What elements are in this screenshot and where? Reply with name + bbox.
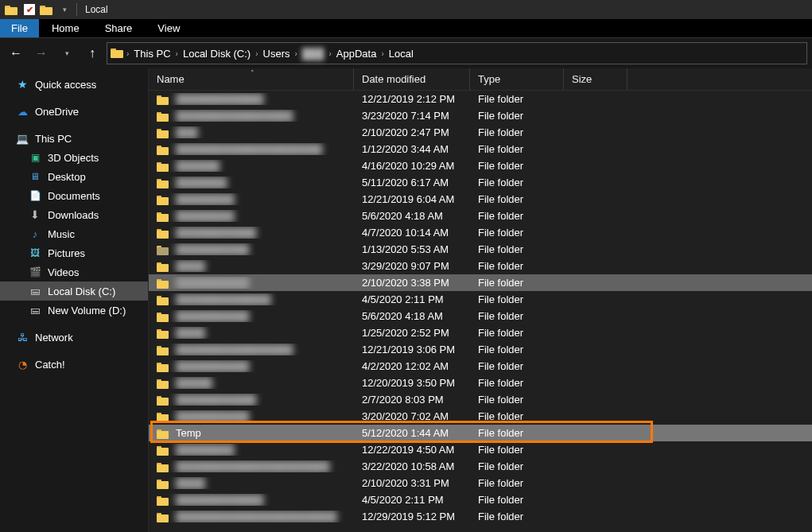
sidebar-onedrive[interactable]: ☁OneDrive bbox=[0, 102, 148, 121]
file-row[interactable]: ██████████5/6/2020 4:18 AMFile folder bbox=[149, 308, 812, 324]
sidebar-item-label: Pictures bbox=[48, 247, 85, 259]
address-bar[interactable]: › This PC › Local Disk (C:) › Users › ██… bbox=[107, 42, 807, 64]
sidebar-videos[interactable]: 🎬Videos bbox=[0, 262, 148, 282]
cell-name: ████████████████ bbox=[149, 344, 354, 355]
folder-icon bbox=[157, 261, 171, 272]
folder-icon bbox=[157, 511, 171, 522]
cell-date: 5/12/2020 1:44 AM bbox=[354, 427, 470, 439]
file-row[interactable]: █████████████4/5/2020 2:11 PMFile folder bbox=[149, 291, 812, 308]
back-button[interactable]: ← bbox=[5, 42, 27, 64]
chevron-right-icon[interactable]: › bbox=[125, 49, 130, 58]
folder-icon bbox=[157, 394, 171, 406]
history-dropdown-icon[interactable]: ▾ bbox=[56, 42, 78, 64]
cell-type: File folder bbox=[470, 243, 564, 255]
file-row[interactable]: ████2/10/2020 3:31 PMFile folder bbox=[149, 475, 812, 491]
file-row[interactable]: ██████████1/13/2020 5:53 AMFile folder bbox=[149, 241, 812, 258]
folder-icon bbox=[157, 478, 171, 489]
folder-icon bbox=[157, 361, 171, 372]
chevron-right-icon[interactable]: › bbox=[174, 49, 180, 58]
cell-date: 12/22/2019 4:50 AM bbox=[354, 444, 470, 456]
sidebar-item-label: Quick access bbox=[35, 79, 96, 91]
cell-name: ████████ bbox=[149, 210, 354, 222]
crumb-username[interactable]: ███ bbox=[299, 48, 328, 60]
file-row[interactable]: ████████████████3/23/2020 7:14 PMFile fo… bbox=[149, 107, 812, 124]
file-row-temp[interactable]: Temp5/12/2020 1:44 AMFile folder bbox=[149, 425, 812, 441]
file-row[interactable]: █████12/20/2019 3:50 PMFile folder bbox=[149, 375, 812, 391]
file-row[interactable]: █████████████████████3/22/2020 10:58 AMF… bbox=[149, 458, 812, 475]
chevron-right-icon[interactable]: › bbox=[379, 49, 385, 58]
tab-share[interactable]: Share bbox=[92, 19, 146, 37]
crumb-users[interactable]: Users bbox=[260, 48, 293, 60]
file-row[interactable]: ██████████████████████12/29/2019 5:12 PM… bbox=[149, 508, 812, 525]
navigation-pane[interactable]: ★Quick access ☁OneDrive 💻This PC ▣3D Obj… bbox=[0, 68, 149, 532]
sidebar-3d-objects[interactable]: ▣3D Objects bbox=[0, 148, 148, 167]
cell-date: 1/25/2020 2:52 PM bbox=[354, 327, 470, 339]
file-row[interactable]: ███████████2/7/2020 8:03 PMFile folder bbox=[149, 391, 812, 408]
sidebar-desktop[interactable]: 🖥Desktop bbox=[0, 167, 148, 186]
sidebar-catch[interactable]: ◔Catch! bbox=[0, 355, 148, 374]
file-row[interactable]: ██████████2/10/2020 3:38 PMFile folder bbox=[149, 274, 812, 291]
tab-view[interactable]: View bbox=[145, 19, 192, 37]
file-row[interactable]: ███████5/11/2020 6:17 AMFile folder bbox=[149, 174, 812, 191]
file-row[interactable]: ███████████4/7/2020 10:14 AMFile folder bbox=[149, 224, 812, 241]
file-row[interactable]: ██████████3/20/2020 7:02 AMFile folder bbox=[149, 408, 812, 425]
forward-button[interactable]: → bbox=[30, 42, 52, 64]
sidebar-item-label: Network bbox=[35, 332, 73, 344]
sidebar-documents[interactable]: 📄Documents bbox=[0, 186, 148, 205]
crumb-this-pc[interactable]: This PC bbox=[130, 48, 173, 60]
up-button[interactable]: ↑ bbox=[81, 42, 103, 64]
divider bbox=[76, 3, 77, 16]
column-header-size[interactable]: Size bbox=[564, 68, 627, 90]
folder-icon bbox=[157, 495, 171, 506]
sidebar-item-label: Local Disk (C:) bbox=[48, 285, 115, 297]
sidebar-this-pc[interactable]: 💻This PC bbox=[0, 129, 148, 148]
file-row[interactable]: ██████4/16/2020 10:29 AMFile folder bbox=[149, 157, 812, 174]
file-row[interactable]: ████1/25/2020 2:52 PMFile folder bbox=[149, 324, 812, 341]
file-name: ████████████ bbox=[176, 93, 264, 105]
file-row[interactable]: ███2/10/2020 2:47 PMFile folder bbox=[149, 124, 812, 141]
column-header-date[interactable]: Date modified bbox=[354, 68, 470, 90]
cell-date: 4/7/2020 10:14 AM bbox=[354, 227, 470, 239]
save-icon[interactable]: ✔ bbox=[22, 2, 37, 17]
file-row[interactable]: ████████5/6/2020 4:18 AMFile folder bbox=[149, 208, 812, 224]
sidebar-downloads[interactable]: ⬇Downloads bbox=[0, 205, 148, 224]
file-row[interactable]: ████████████4/5/2020 2:11 PMFile folder bbox=[149, 491, 812, 508]
crumb-local[interactable]: Local bbox=[386, 48, 417, 60]
file-row[interactable]: ████████████████12/21/2019 3:06 PMFile f… bbox=[149, 341, 812, 358]
file-row[interactable]: ████████████████████1/12/2020 3:44 AMFil… bbox=[149, 141, 812, 157]
file-row[interactable]: ████████12/22/2019 4:50 AMFile folder bbox=[149, 441, 812, 458]
file-row[interactable]: ██████████4/2/2020 12:02 AMFile folder bbox=[149, 358, 812, 375]
cell-type: File folder bbox=[470, 260, 564, 272]
column-header-type[interactable]: Type bbox=[470, 68, 564, 90]
folder-icon bbox=[157, 94, 171, 105]
document-icon: 📄 bbox=[29, 189, 41, 202]
chevron-right-icon[interactable]: › bbox=[254, 49, 259, 58]
cell-name: █████████████ bbox=[149, 293, 354, 305]
sidebar-item-label: This PC bbox=[35, 133, 72, 145]
window-title: Local bbox=[85, 4, 108, 15]
sidebar-quick-access[interactable]: ★Quick access bbox=[0, 75, 148, 94]
crumb-local-disk[interactable]: Local Disk (C:) bbox=[180, 48, 254, 60]
chevron-right-icon[interactable]: › bbox=[327, 49, 332, 58]
cell-type: File folder bbox=[470, 126, 564, 138]
file-name: █████████████ bbox=[176, 293, 271, 305]
file-row[interactable]: ████████12/21/2019 6:04 AMFile folder bbox=[149, 191, 812, 208]
file-name: ████ bbox=[176, 477, 205, 489]
file-row[interactable]: ████3/29/2020 9:07 PMFile folder bbox=[149, 258, 812, 274]
crumb-appdata[interactable]: AppData bbox=[333, 48, 380, 60]
sidebar-local-disk-c[interactable]: 🖴Local Disk (C:) bbox=[0, 282, 148, 301]
sidebar-pictures[interactable]: 🖼Pictures bbox=[0, 243, 148, 262]
star-icon: ★ bbox=[16, 78, 29, 91]
file-menu[interactable]: File bbox=[0, 19, 39, 37]
folder-icon bbox=[5, 2, 19, 17]
sidebar-network[interactable]: 🖧Network bbox=[0, 328, 148, 347]
file-row[interactable]: ████████████12/21/2019 2:12 PMFile folde… bbox=[149, 91, 812, 107]
chevron-right-icon[interactable]: › bbox=[293, 49, 298, 58]
folder-icon bbox=[157, 278, 171, 289]
tab-home[interactable]: Home bbox=[39, 19, 92, 37]
sidebar-music[interactable]: ♪Music bbox=[0, 224, 148, 243]
sidebar-new-volume-d[interactable]: 🖴New Volume (D:) bbox=[0, 301, 148, 320]
qat-dropdown-icon[interactable]: ▾ bbox=[57, 2, 72, 17]
file-rows[interactable]: ████████████12/21/2019 2:12 PMFile folde… bbox=[149, 91, 812, 532]
folder-icon bbox=[157, 378, 171, 389]
